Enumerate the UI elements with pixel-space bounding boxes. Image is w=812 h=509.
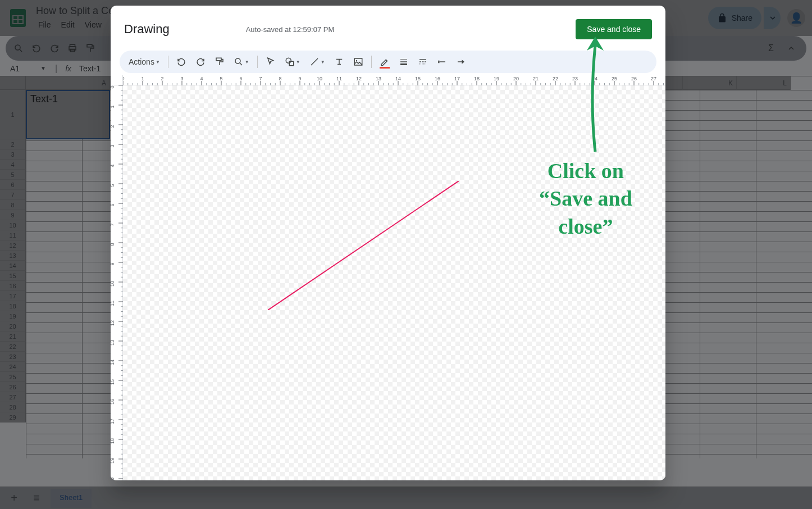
- svg-text:1: 1: [111, 105, 115, 108]
- svg-text:26: 26: [631, 76, 637, 81]
- svg-text:23: 23: [572, 76, 578, 81]
- svg-text:9: 9: [298, 76, 301, 81]
- svg-text:19: 19: [111, 458, 115, 463]
- svg-rect-14: [289, 61, 294, 66]
- svg-text:17: 17: [454, 76, 460, 81]
- svg-text:21: 21: [533, 76, 539, 81]
- svg-text:4: 4: [111, 164, 115, 167]
- zoom-button[interactable]: ▼: [230, 53, 253, 70]
- svg-text:8: 8: [111, 243, 115, 246]
- svg-text:2: 2: [161, 76, 163, 81]
- border-weight-button[interactable]: [395, 53, 412, 70]
- svg-text:3: 3: [111, 144, 115, 147]
- redo-button[interactable]: [192, 53, 209, 70]
- svg-text:0: 0: [123, 76, 125, 81]
- line-end-button[interactable]: [453, 53, 469, 70]
- svg-point-17: [355, 60, 357, 61]
- dialog-title: Drawing: [124, 22, 170, 37]
- drawing-toolbar: Actions▼ ▼ ▼ ▼: [120, 51, 656, 73]
- paint-format-button[interactable]: [211, 53, 228, 70]
- svg-text:17: 17: [111, 419, 115, 424]
- select-tool[interactable]: [262, 53, 279, 70]
- drawn-diagonal-line[interactable]: [268, 181, 459, 310]
- ruler-corner: [111, 75, 123, 85]
- svg-text:22: 22: [553, 76, 558, 81]
- svg-text:7: 7: [111, 223, 115, 226]
- svg-text:18: 18: [474, 76, 480, 81]
- svg-point-11: [235, 58, 240, 63]
- line-start-button[interactable]: [434, 53, 450, 70]
- svg-line-272: [268, 181, 459, 310]
- svg-text:0: 0: [111, 85, 115, 88]
- svg-text:10: 10: [111, 281, 115, 287]
- svg-text:6: 6: [111, 203, 115, 206]
- svg-text:11: 11: [111, 301, 115, 306]
- svg-text:10: 10: [317, 76, 322, 81]
- svg-text:7: 7: [259, 76, 262, 81]
- line-tool[interactable]: ▼: [306, 53, 329, 70]
- text-box-tool[interactable]: [331, 53, 348, 70]
- svg-text:6: 6: [239, 76, 242, 81]
- svg-text:16: 16: [435, 76, 440, 81]
- svg-text:3: 3: [180, 76, 183, 81]
- svg-text:18: 18: [111, 438, 115, 444]
- vertical-ruler: 01234567891011121314151617181920: [111, 85, 123, 480]
- svg-rect-25: [438, 61, 439, 63]
- shape-tool[interactable]: ▼: [281, 53, 304, 70]
- svg-text:27: 27: [651, 76, 656, 81]
- svg-text:11: 11: [336, 76, 342, 81]
- svg-text:15: 15: [111, 379, 115, 385]
- svg-text:12: 12: [356, 76, 362, 81]
- svg-line-15: [311, 58, 318, 65]
- svg-text:9: 9: [111, 262, 115, 265]
- actions-menu[interactable]: Actions▼: [125, 53, 163, 70]
- svg-text:8: 8: [279, 76, 281, 81]
- svg-text:13: 13: [376, 76, 381, 81]
- autosave-status: Auto-saved at 12:59:07 PM: [246, 25, 335, 34]
- border-dash-button[interactable]: [414, 53, 431, 70]
- svg-text:13: 13: [111, 340, 115, 346]
- undo-button[interactable]: [173, 53, 190, 70]
- svg-text:5: 5: [220, 76, 222, 81]
- svg-text:19: 19: [494, 76, 499, 81]
- svg-text:16: 16: [111, 399, 115, 405]
- svg-rect-10: [216, 58, 221, 61]
- border-color-button[interactable]: [376, 53, 393, 70]
- svg-text:14: 14: [111, 360, 115, 365]
- svg-text:12: 12: [111, 320, 115, 326]
- actions-label: Actions: [129, 57, 154, 66]
- svg-text:15: 15: [415, 76, 421, 81]
- annotation-arrow: [578, 34, 623, 157]
- svg-text:1: 1: [141, 76, 144, 81]
- svg-text:14: 14: [395, 76, 401, 81]
- svg-text:5: 5: [111, 184, 115, 187]
- image-tool[interactable]: [350, 53, 367, 70]
- svg-line-12: [240, 63, 242, 65]
- svg-text:2: 2: [111, 125, 115, 128]
- svg-point-13: [286, 58, 291, 63]
- svg-text:20: 20: [513, 76, 519, 81]
- svg-text:4: 4: [200, 76, 203, 81]
